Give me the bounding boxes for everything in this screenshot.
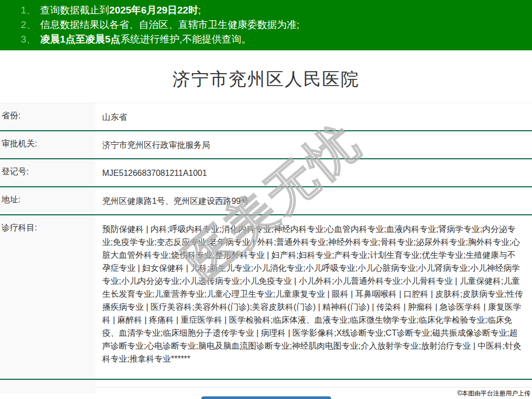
row-label: 诊疗科目: <box>0 215 96 379</box>
table-row-empty <box>0 380 532 388</box>
notice-number: 3、 <box>21 34 36 45</box>
notice-bold-text: 2025年6月29日22时 <box>110 5 198 16</box>
notice-text: 信息数据结果以各省、自治区、直辖市卫生健康委数据为准; <box>40 19 299 30</box>
button-area: 〖关闭窗口〗 <box>0 396 532 399</box>
row-value: 兖州区健康路1号、兖州区建设西路99号 <box>96 187 532 214</box>
notice-text: 查询数据截止到 <box>40 5 110 16</box>
row-value: 预防保健科 | 内科;呼吸内科专业;消化内科专业;神经内科专业;心血管内科专业;… <box>96 215 532 379</box>
row-label: 登记号: <box>0 159 96 186</box>
row-label: 地址: <box>0 187 96 214</box>
notice-number: 2、 <box>21 19 36 30</box>
row-label: 省份: <box>0 103 96 130</box>
notice-item-1: 1、查询数据截止到2025年6月29日22时; <box>21 3 527 18</box>
row-value: 济宁市兖州区行政审批服务局 <box>96 131 532 158</box>
row-label: 审批机关: <box>0 131 96 158</box>
table-row-approval-authority: 审批机关: 济宁市兖州区行政审批服务局 <box>0 131 532 159</box>
table-row-departments: 诊疗科目: 预防保健科 | 内科;呼吸内科专业;消化内科专业;神经内科专业;心血… <box>0 215 532 380</box>
hospital-detail-page: 1、查询数据截止到2025年6月29日22时; 2、信息数据结果以各省、自治区、… <box>0 0 532 399</box>
notice-text: ; <box>198 5 201 16</box>
notice-item-3: 3、凌晨1点至凌晨5点系统进行维护,不能提供查询。 <box>21 32 527 47</box>
table-row-province: 省份: 山东省 <box>0 103 532 131</box>
notice-item-2: 2、信息数据结果以各省、自治区、直辖市卫生健康委数据为准; <box>21 18 527 32</box>
row-value: MJE51266837081211A1001 <box>96 159 532 186</box>
notice-bold-text: 凌晨1点至凌晨5点 <box>40 34 120 45</box>
page-title: 济宁市兖州区人民医院 <box>0 67 532 91</box>
notice-text: 系统进行维护,不能提供查询。 <box>120 34 251 45</box>
copyright-note: ©本图由平台注册用户上传 <box>457 389 530 398</box>
close-window-button[interactable]: 〖关闭窗口〗 <box>201 396 331 399</box>
table-row-registration-number: 登记号: MJE51266837081211A1001 <box>0 159 532 187</box>
notice-number: 1、 <box>21 5 36 16</box>
hospital-info-table: 省份: 山东省 审批机关: 济宁市兖州区行政审批服务局 登记号: MJE5126… <box>0 103 532 388</box>
row-label-empty <box>0 380 96 394</box>
table-row-address: 地址: 兖州区健康路1号、兖州区建设西路99号 <box>0 187 532 215</box>
notice-banner: 1、查询数据截止到2025年6月29日22时; 2、信息数据结果以各省、自治区、… <box>0 0 532 50</box>
row-value: 山东省 <box>96 103 532 130</box>
